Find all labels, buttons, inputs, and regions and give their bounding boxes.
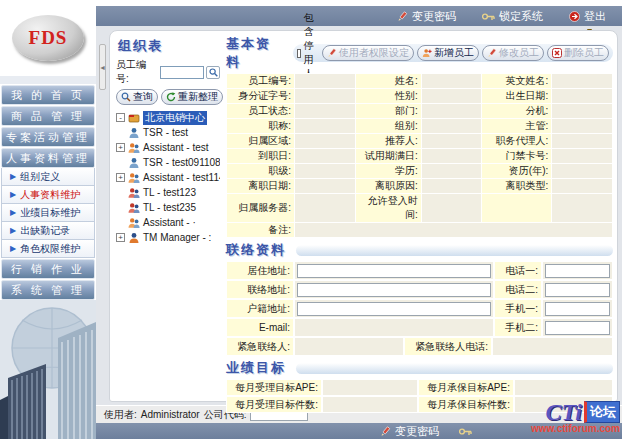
sidebar-item-campaigns[interactable]: 专案活动管理 — [1, 127, 95, 147]
basic-section-header: 基本资料 包含停用人员 使用者权限设定 — [226, 35, 613, 71]
tree-root[interactable]: - 北京电销中心 — [116, 110, 220, 125]
field-value — [421, 119, 482, 134]
tree-item[interactable]: TSR - test — [128, 125, 220, 140]
field-label: 姓名: — [355, 74, 421, 89]
contact-title-band — [296, 245, 613, 256]
tree-root-label: 北京电销中心 — [143, 111, 207, 125]
refresh-icon — [166, 92, 176, 102]
triangle-icon: ▶ — [10, 208, 16, 217]
tree-item-label: TSR - test091108 — [143, 157, 220, 168]
triangle-icon: ▶ — [10, 226, 16, 235]
field-label: 分机: — [482, 104, 552, 119]
tree-item-label: TL - test235 — [143, 202, 196, 213]
edit-employee-label: 修改员工 — [499, 46, 539, 60]
add-employee-button[interactable]: 新增员工 — [417, 45, 479, 61]
collapse-minus-icon[interactable]: - — [116, 113, 125, 122]
field-value — [295, 164, 356, 179]
table-row: 归属区域: 推荐人: 职务代理人: — [227, 134, 613, 149]
logout-button[interactable]: 登出 — [569, 9, 606, 24]
phone2-input[interactable] — [545, 283, 610, 297]
search-button[interactable]: 查询 — [116, 89, 158, 105]
contact-address-input[interactable] — [297, 283, 491, 297]
lock-system-button[interactable]: 锁定系统 — [482, 9, 543, 24]
field-label: 员工状态: — [227, 104, 295, 119]
expand-plus-icon[interactable]: + — [116, 173, 125, 182]
main-panel: 组织表 员工编号: 查询 — [109, 30, 618, 402]
change-password-button[interactable]: 变更密码 — [397, 9, 456, 24]
field-value — [295, 104, 356, 119]
people-icon — [128, 217, 140, 229]
logout-label: 登出 — [584, 9, 606, 24]
field-value — [322, 396, 418, 413]
triangle-icon: ▶ — [10, 244, 16, 253]
expand-plus-icon[interactable]: + — [116, 143, 125, 152]
user-permission-label: 使用者权限设定 — [339, 46, 409, 60]
sidebar-item-products[interactable]: 商 品 管 理 — [1, 106, 95, 126]
contact-title: 联络资料 — [226, 241, 286, 259]
home-address-input[interactable] — [297, 264, 491, 278]
field-label: 部门: — [355, 104, 421, 119]
find-employee-button[interactable] — [206, 66, 220, 79]
include-disabled-checkbox[interactable] — [297, 49, 301, 58]
triangle-icon: ▶ — [10, 172, 16, 181]
mobile2-input[interactable] — [545, 321, 610, 335]
sidebar-item-home[interactable]: 我 的 首 页 — [1, 85, 95, 105]
tree-item[interactable]: + Assistant - test — [116, 140, 220, 155]
people-icon — [128, 202, 140, 214]
sidebar-subitem-attendance[interactable]: ▶ 出缺勤记录 — [1, 222, 95, 240]
employee-no-input[interactable] — [160, 66, 204, 79]
tree-item[interactable]: Assistant - · — [128, 215, 220, 230]
field-label: 推荐人: — [355, 134, 421, 149]
registered-address-input[interactable] — [297, 302, 491, 316]
tree-item[interactable]: + Assistant - test114 — [116, 170, 220, 185]
field-value — [295, 119, 356, 134]
org-tree: - 北京电销中心 TSR - test — [116, 110, 220, 399]
watermark-cjk: 论坛 — [584, 401, 620, 423]
delete-employee-button[interactable]: 删除员工 — [547, 45, 609, 61]
tree-item[interactable]: TL - test235 — [128, 200, 220, 215]
mobile1-input[interactable] — [545, 302, 610, 316]
emergency-contact-value — [294, 337, 404, 356]
change-password-button-bottom[interactable]: 变更密码 — [380, 424, 439, 439]
tree-item[interactable]: TL - test123 — [128, 185, 220, 200]
sidebar-item-hr[interactable]: 人事资料管理 — [1, 148, 95, 168]
tree-item-label: TSR - test — [143, 127, 188, 138]
delete-icon — [552, 48, 562, 58]
sidebar-subitem-target-maintain[interactable]: ▶ 业绩目标维护 — [1, 204, 95, 222]
sidebar: FDS 我 的 首 页 商 品 管 理 专案活动管理 人事资料管理 ▶ 组别定义… — [0, 0, 96, 439]
tree-item[interactable]: TSR - test091108 — [128, 155, 220, 170]
app-window: FDS 我 的 首 页 商 品 管 理 专案活动管理 人事资料管理 ▶ 组别定义… — [0, 0, 622, 439]
logo: FDS — [0, 0, 96, 76]
table-row: 员工状态: 部门: 分机: — [227, 104, 613, 119]
user-permission-button[interactable]: 使用者权限设定 — [322, 45, 414, 61]
field-value — [295, 74, 356, 89]
sidebar-item-system[interactable]: 系 统 管 理 — [1, 280, 95, 300]
tree-item[interactable]: + TM Manager - : — [116, 230, 220, 245]
person-icon — [128, 127, 140, 139]
field-label: 紧急联络人: — [226, 337, 294, 356]
field-label: 职务代理人: — [482, 134, 552, 149]
sidebar-subitem-hr-maintain[interactable]: ▶ 人事资料维护 — [1, 186, 95, 204]
refresh-button[interactable]: 重新整理 — [161, 89, 223, 105]
field-label: 主管: — [482, 119, 552, 134]
phone1-input[interactable] — [545, 264, 610, 278]
expand-plus-icon[interactable]: + — [116, 233, 125, 242]
content-area: ◄ 组织表 员工编号: — [96, 26, 622, 405]
field-label: 居住地址: — [226, 261, 294, 280]
field-value — [552, 194, 613, 223]
person-icon — [128, 232, 140, 244]
field-value — [552, 149, 613, 164]
edit-employee-button[interactable]: 修改员工 — [482, 45, 544, 61]
employee-no-row: 员工编号: — [116, 58, 220, 86]
email-value — [294, 318, 494, 337]
field-label: 离职原因: — [355, 179, 421, 194]
field-value — [421, 179, 482, 194]
sidebar-item-marketing[interactable]: 行 销 作 业 — [1, 259, 95, 279]
field-value — [421, 149, 482, 164]
sidebar-subitem-group-define[interactable]: ▶ 组别定义 — [1, 168, 95, 186]
employee-no-label: 员工编号: — [116, 58, 158, 86]
tree-item-label: TM Manager - : — [143, 232, 211, 243]
sidebar-subitem-role-permission[interactable]: ▶ 角色权限维护 — [1, 240, 95, 258]
panel-collapse-handle[interactable]: ◄ — [99, 44, 106, 90]
field-value — [421, 74, 482, 89]
